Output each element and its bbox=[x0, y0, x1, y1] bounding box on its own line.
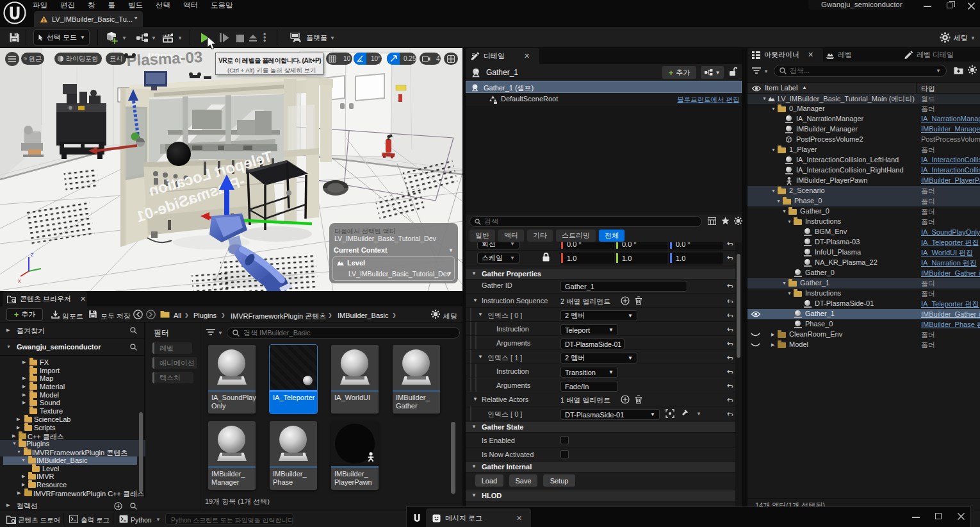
svg-text:z: z bbox=[31, 251, 34, 258]
svg-text:x: x bbox=[18, 278, 21, 284]
